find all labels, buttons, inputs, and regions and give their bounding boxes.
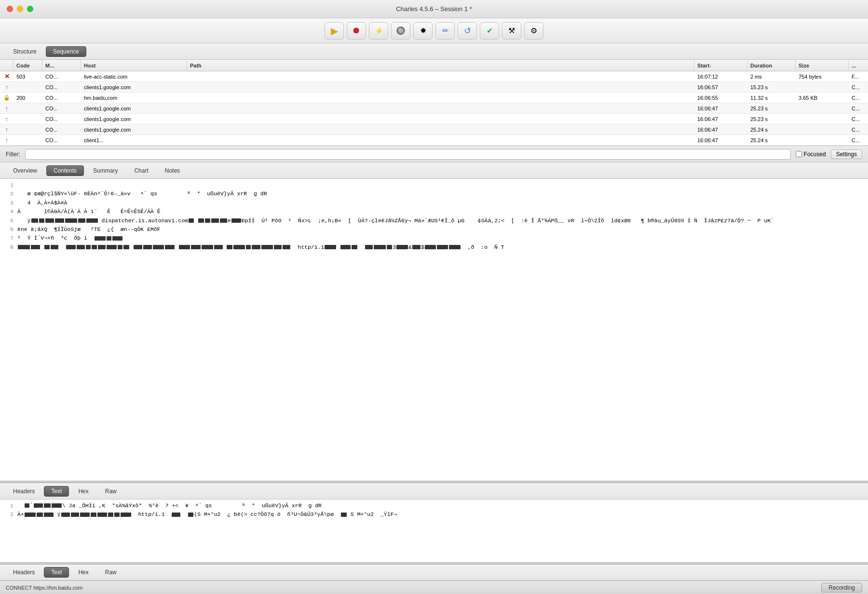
pointer-tool[interactable]: ▶	[325, 22, 344, 40]
throttle-btn[interactable]: ⚡	[369, 22, 388, 40]
filter-bar: Filter: Focused Settings	[0, 146, 868, 162]
row-duration: 25.24 s	[747, 137, 796, 143]
bottom-line: 2À+ ÿ http/1.1 (S M+°u2 ¿ bè(> cc?Õõ7q ó…	[0, 510, 868, 519]
table-row[interactable]: ↑ CO... client1... 16:06:47 25.24 s C...	[0, 135, 868, 146]
filter-input[interactable]	[25, 149, 791, 160]
focused-checkbox[interactable]: Focused	[796, 151, 826, 158]
row-duration: 15.23 s	[747, 84, 796, 90]
tab-summary[interactable]: Summary	[86, 165, 125, 176]
th-start[interactable]: Start	[694, 60, 747, 71]
tab-notes[interactable]: Notes	[158, 165, 187, 176]
row-duration: 25.23 s	[747, 116, 796, 122]
bottom-tabs: Headers Text Hex Raw	[0, 483, 868, 500]
rewrite-btn[interactable]: ✏	[435, 22, 455, 40]
th-more[interactable]: ...	[849, 60, 868, 71]
minimize-button[interactable]	[17, 6, 23, 12]
row-method: CO...	[42, 127, 81, 133]
content-line: 8 http/1.1 3&$ ,ð :o Ñ T	[0, 243, 868, 252]
record-btn[interactable]: ⏺	[347, 22, 366, 40]
line-number: 6	[4, 225, 17, 234]
window-title: Charles 4.5.6 – Session 1 *	[396, 5, 472, 13]
row-icon: ✕	[0, 73, 14, 80]
row-start: 16:07:12	[694, 74, 747, 80]
row-host: live-acc-static.com	[81, 74, 187, 80]
line-text: À+ ÿ http/1.1 (S M+°u2 ¿ bè(> cc?Õõ7q ó …	[17, 510, 864, 519]
th-size[interactable]: Size	[796, 60, 849, 71]
content-line: 7¹ Ý Í´V¬+ñ ³c ðþ ì	[0, 234, 868, 243]
row-host: clients1.google.com	[81, 127, 187, 133]
content-tabs: Overview Contents Summary Chart Notes	[0, 162, 868, 179]
tab-sequence[interactable]: Sequence	[46, 46, 86, 57]
filter-settings-button[interactable]: Settings	[831, 149, 862, 159]
table-row[interactable]: ↑ CO... clients1.google.com 16:06:57 15.…	[0, 82, 868, 93]
row-more: C...	[849, 116, 868, 122]
maximize-button[interactable]	[27, 6, 33, 12]
content-line: 1	[0, 181, 868, 189]
row-size: 754 bytes	[796, 74, 849, 80]
compose-btn[interactable]: ✸	[413, 22, 433, 40]
focused-label: Focused	[804, 151, 826, 158]
row-start: 16:06:55	[694, 95, 747, 101]
titlebar: Charles 4.5.6 – Session 1 *	[0, 0, 868, 18]
line-number: 3	[4, 199, 17, 207]
bottom-tab-raw[interactable]: Raw	[98, 486, 124, 497]
th-path[interactable]: Path	[187, 60, 694, 71]
row-icon: ↑	[0, 136, 14, 144]
breakpoint-btn[interactable]: 🔘	[391, 22, 410, 40]
tab-contents[interactable]: Contents	[46, 165, 84, 176]
th-method[interactable]: M...	[42, 60, 81, 71]
line-number: 7	[4, 234, 17, 243]
row-duration: 11.32 s	[747, 95, 796, 101]
row-start: 16:06:47	[694, 106, 747, 111]
bottom-tab-headers[interactable]: Headers	[6, 486, 42, 497]
th-host[interactable]: Host	[81, 60, 187, 71]
row-more: C...	[849, 137, 868, 143]
th-code[interactable]: Code	[14, 60, 42, 71]
table-row[interactable]: ✕ 503 CO... live-acc-static.com 16:07:12…	[0, 71, 868, 82]
row-icon: 🔒	[0, 94, 14, 101]
line-text: æ ¢æ@rçl§ÑY«\üF· 6ÈÄn^¨Ô!6–_à»v ^´ qs ª …	[17, 189, 864, 198]
line-text: 4 À,À+À$À#À	[17, 199, 864, 207]
recording-button[interactable]: Recording	[821, 583, 862, 593]
refresh-btn[interactable]: ↺	[458, 22, 477, 40]
focused-check[interactable]	[796, 151, 802, 157]
settings-btn[interactable]: ⚙	[524, 22, 543, 40]
table-row[interactable]: ↑ CO... clients1.google.com 16:06:47 25.…	[0, 103, 868, 114]
close-button[interactable]	[7, 6, 13, 12]
line-text: http/1.1 3&$ ,ð :o Ñ T	[17, 243, 864, 252]
tab-chart[interactable]: Chart	[127, 165, 155, 176]
table-body: ✕ 503 CO... live-acc-static.com 16:07:12…	[0, 71, 868, 146]
line-number: 4	[4, 207, 17, 216]
line-text: `\ Ja _ÕHÍí ,K *sÀ%âÝxô* %°è 7 +< ¥ ^´ q…	[17, 501, 864, 510]
bottom-tab-text[interactable]: Text	[44, 486, 69, 497]
tab-overview[interactable]: Overview	[6, 165, 44, 176]
bottom2-tab-hex[interactable]: Hex	[71, 567, 95, 578]
content-line: 3 4 À,À+À$À#À	[0, 199, 868, 207]
tools-btn[interactable]: ⚒	[502, 22, 521, 40]
row-method: CO...	[42, 116, 81, 122]
bottom-tab-hex[interactable]: Hex	[71, 486, 95, 497]
bottom2-tab-text[interactable]: Text	[44, 567, 69, 578]
row-icon: ↑	[0, 126, 14, 134]
tab-structure[interactable]: Structure	[6, 46, 44, 57]
row-more: F...	[849, 74, 868, 80]
row-code: 200	[14, 95, 42, 101]
table-row[interactable]: 🔒 200 CO... hm.baidu.com 16:06:55 11.32 …	[0, 93, 868, 103]
line-number: 2	[4, 189, 17, 198]
row-code: 503	[14, 74, 42, 80]
row-icon: ↑	[0, 83, 14, 91]
row-size: 3.65 KB	[796, 95, 849, 101]
bottom2-tab-raw[interactable]: Raw	[98, 567, 124, 578]
validate-btn[interactable]: ✔	[480, 22, 499, 40]
bottom-section: Headers Text Hex Raw 1 `\ Ja _ÕHÍí ,K *s…	[0, 483, 868, 562]
window-controls	[7, 6, 33, 12]
row-method: CO...	[42, 106, 81, 111]
view-tabs: Structure Sequence	[0, 43, 868, 60]
th-duration[interactable]: Duration	[747, 60, 796, 71]
bottom2-tab-headers[interactable]: Headers	[6, 567, 42, 578]
th-icon	[0, 60, 14, 71]
content-line: 6ène à;âxQ ¶ÍÎÙoSjæ ²TE ¿{ æn·-qÖK £MõF	[0, 225, 868, 234]
row-duration: 25.24 s	[747, 127, 796, 133]
table-row[interactable]: ↑ CO... clients1.google.com 16:06:47 25.…	[0, 114, 868, 124]
table-row[interactable]: ↑ CO... clients1.google.com 16:06:47 25.…	[0, 124, 868, 135]
